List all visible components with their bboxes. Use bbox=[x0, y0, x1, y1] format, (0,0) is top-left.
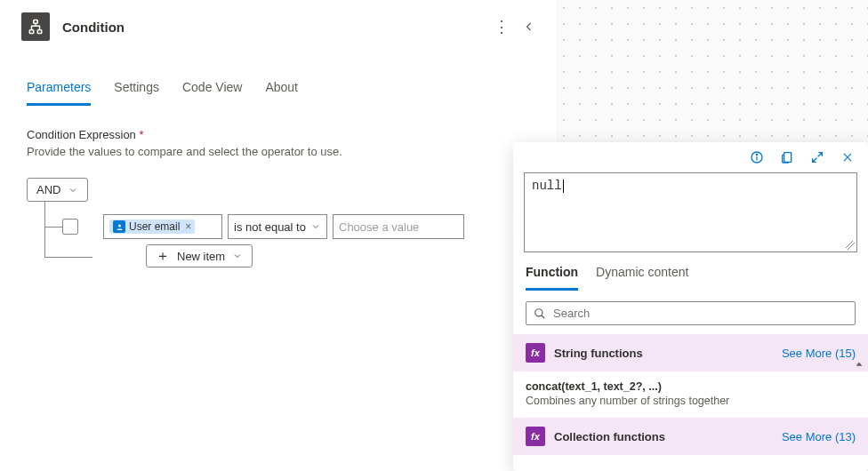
panel-header: Condition ⋮ bbox=[0, 0, 556, 53]
fx-icon: fx bbox=[526, 427, 545, 446]
panel-title: Condition bbox=[62, 20, 481, 35]
condition-panel: Condition ⋮ Parameters Settings Code Vie… bbox=[0, 0, 556, 471]
chevron-down-icon bbox=[310, 221, 321, 232]
clipboard-icon[interactable] bbox=[777, 148, 797, 167]
more-icon[interactable]: ⋮ bbox=[494, 17, 510, 36]
chevron-down-icon bbox=[68, 185, 78, 196]
svg-rect-0 bbox=[34, 20, 38, 24]
see-more-link[interactable]: See More (15) bbox=[782, 347, 856, 360]
svg-line-9 bbox=[542, 315, 545, 318]
fx-icon: fx bbox=[526, 343, 545, 363]
chevron-down-icon bbox=[232, 251, 243, 261]
info-icon[interactable] bbox=[747, 148, 767, 167]
search-input[interactable] bbox=[553, 307, 848, 320]
expression-flyout: null Function Dynamic content fx String … bbox=[513, 142, 868, 471]
close-icon[interactable] bbox=[838, 148, 857, 167]
category-label: String functions bbox=[554, 347, 643, 360]
dynamic-token-user-email[interactable]: User email × bbox=[109, 220, 195, 234]
tab-dynamic-content[interactable]: Dynamic content bbox=[596, 265, 688, 291]
token-label: User email bbox=[129, 220, 180, 233]
tab-settings[interactable]: Settings bbox=[114, 73, 159, 106]
operator-select[interactable]: is not equal to bbox=[228, 214, 327, 239]
token-remove-icon[interactable]: × bbox=[183, 220, 191, 233]
group-operator-label: AND bbox=[36, 183, 60, 196]
category-string-functions[interactable]: fx String functions See More (15) bbox=[513, 334, 868, 371]
collapse-icon[interactable] bbox=[524, 17, 534, 36]
person-icon bbox=[113, 220, 125, 233]
value-placeholder: Choose a value bbox=[339, 220, 419, 234]
field-label: Condition Expression * bbox=[27, 128, 529, 141]
operator-label: is not equal to bbox=[234, 220, 306, 234]
flyout-pointer bbox=[513, 216, 522, 234]
connector-line bbox=[44, 257, 92, 258]
condition-step-icon bbox=[21, 12, 50, 41]
field-description: Provide the values to compare and select… bbox=[27, 145, 529, 158]
svg-point-6 bbox=[756, 154, 757, 155]
right-operand-input[interactable]: Choose a value bbox=[333, 214, 464, 239]
expand-icon[interactable] bbox=[808, 148, 827, 167]
svg-rect-2 bbox=[37, 30, 42, 34]
panel-tabs: Parameters Settings Code View About bbox=[0, 73, 556, 107]
tab-parameters[interactable]: Parameters bbox=[27, 73, 91, 106]
plus-icon: ＋ bbox=[156, 249, 170, 263]
row-checkbox[interactable] bbox=[62, 219, 78, 235]
tab-code-view[interactable]: Code View bbox=[182, 73, 242, 106]
tab-about[interactable]: About bbox=[265, 73, 298, 106]
search-icon bbox=[534, 307, 546, 320]
function-search[interactable] bbox=[526, 301, 856, 325]
left-operand-input[interactable]: User email × bbox=[103, 214, 222, 239]
connector-line bbox=[44, 202, 45, 257]
function-signature: concat(text_1, text_2?, ...) bbox=[526, 380, 856, 393]
function-item-concat[interactable]: concat(text_1, text_2?, ...) Combines an… bbox=[513, 371, 868, 418]
new-item-button[interactable]: ＋ New item bbox=[146, 244, 253, 267]
svg-rect-1 bbox=[29, 30, 34, 34]
category-collection-functions[interactable]: fx Collection functions See More (13) bbox=[513, 418, 868, 455]
category-label: Collection functions bbox=[554, 430, 665, 443]
expression-input[interactable]: null bbox=[524, 172, 857, 252]
group-operator-select[interactable]: AND bbox=[27, 178, 88, 202]
see-more-link[interactable]: See More (13) bbox=[782, 430, 856, 443]
condition-row: User email × is not equal to Choose a va… bbox=[62, 214, 529, 239]
svg-point-3 bbox=[118, 224, 121, 227]
svg-point-8 bbox=[535, 308, 542, 315]
resize-handle[interactable] bbox=[846, 241, 855, 250]
tab-function[interactable]: Function bbox=[526, 265, 578, 291]
new-item-label: New item bbox=[177, 250, 225, 263]
svg-rect-7 bbox=[784, 153, 792, 163]
text-caret bbox=[563, 180, 564, 193]
connector-line bbox=[44, 227, 62, 228]
expression-text: null bbox=[532, 179, 562, 193]
function-description: Combines any number of strings together bbox=[526, 395, 856, 407]
scroll-up-icon[interactable] bbox=[854, 359, 864, 370]
